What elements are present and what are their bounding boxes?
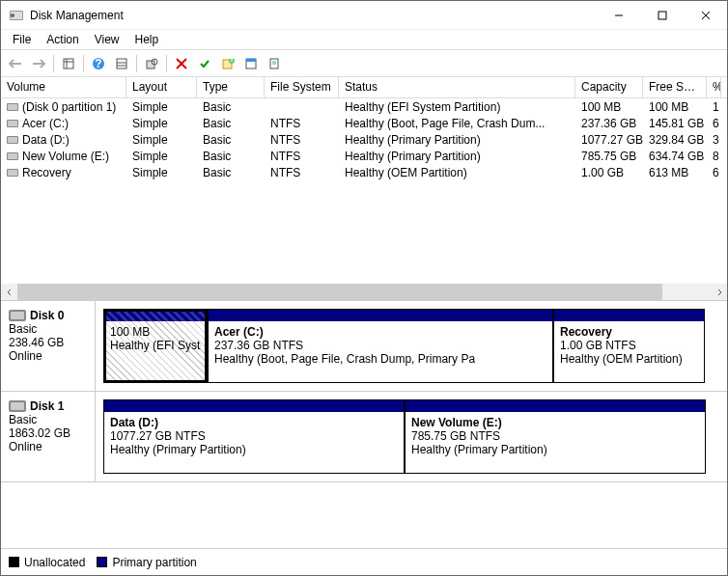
scroll-right-button[interactable] xyxy=(711,284,727,300)
list-cell: 145.81 GB xyxy=(643,116,707,131)
scroll-thumb[interactable] xyxy=(17,284,662,300)
disk-label: Disk 1 xyxy=(9,399,87,413)
settings-button[interactable] xyxy=(264,53,285,74)
app-icon xyxy=(9,8,24,23)
svg-point-2 xyxy=(11,14,14,17)
partition-header xyxy=(406,400,705,412)
partition-status: Healthy (OEM Partition) xyxy=(560,352,698,366)
partition-body: 100 MBHealthy (EFI System Partition) xyxy=(104,321,207,382)
list-cell: Data (D:) xyxy=(1,132,126,148)
disk-size: 1863.02 GB xyxy=(9,426,87,440)
list-cell: Healthy (Boot, Page File, Crash Dum... xyxy=(339,116,575,131)
help-button[interactable]: ? xyxy=(88,53,109,74)
check-button[interactable] xyxy=(194,53,215,74)
minimize-button[interactable] xyxy=(597,1,640,29)
partition-size: 1.00 GB NTFS xyxy=(560,339,698,352)
disk-icon xyxy=(9,400,26,412)
list-cell: 237.36 GB xyxy=(575,116,643,131)
titlebar: Disk Management xyxy=(1,1,727,30)
svg-rect-7 xyxy=(64,59,73,69)
menubar: File Action View Help xyxy=(1,30,727,50)
list-cell: New Volume (E:) xyxy=(1,149,126,164)
legend: Unallocated Primary partition xyxy=(1,548,727,575)
list-cell: Healthy (Primary Partition) xyxy=(339,149,575,164)
list-cell: 613 MB xyxy=(643,165,707,180)
volume-icon xyxy=(7,152,18,160)
list-cell: Basic xyxy=(197,99,265,115)
menu-file[interactable]: File xyxy=(5,31,39,48)
scroll-left-button[interactable] xyxy=(1,284,17,300)
view-list-button[interactable] xyxy=(111,53,132,74)
partition-header xyxy=(104,310,207,321)
view-icon-button[interactable] xyxy=(58,53,79,74)
volume-row[interactable]: (Disk 0 partition 1)SimpleBasicHealthy (… xyxy=(1,98,727,115)
volume-row[interactable]: New Volume (E:)SimpleBasicNTFSHealthy (P… xyxy=(1,148,727,164)
disk-graphic-panel: Disk 0Basic238.46 GBOnline100 MBHealthy … xyxy=(1,301,727,548)
swatch-unallocated-icon xyxy=(9,557,19,567)
back-button xyxy=(5,53,26,74)
refresh-button[interactable] xyxy=(141,53,162,74)
disk-type: Basic xyxy=(9,322,87,336)
disk-info[interactable]: Disk 0Basic238.46 GBOnline xyxy=(1,301,96,391)
window-title: Disk Management xyxy=(30,9,597,22)
volume-row[interactable]: Acer (C:)SimpleBasicNTFSHealthy (Boot, P… xyxy=(1,115,727,131)
list-cell: 785.75 GB xyxy=(575,149,643,164)
disk-state: Online xyxy=(9,440,87,453)
col-filesystem[interactable]: File System xyxy=(265,77,339,97)
list-cell: Simple xyxy=(126,132,197,148)
partition-status: Healthy (Primary Partition) xyxy=(110,443,398,456)
menu-action[interactable]: Action xyxy=(39,31,86,48)
list-cell: 6 xyxy=(707,165,721,180)
list-cell: 100 MB xyxy=(575,99,643,115)
list-cell: Healthy (EFI System Partition) xyxy=(339,99,575,115)
list-cell: Healthy (OEM Partition) xyxy=(339,165,575,180)
partition[interactable]: 100 MBHealthy (EFI System Partition) xyxy=(103,309,208,383)
list-cell: 6 xyxy=(707,116,721,131)
partition-container: Data (D:)1077.27 GB NTFSHealthy (Primary… xyxy=(96,392,727,481)
list-cell: NTFS xyxy=(265,116,339,131)
partition[interactable]: Acer (C:)237.36 GB NTFSHealthy (Boot, Pa… xyxy=(208,309,553,383)
col-volume[interactable]: Volume xyxy=(1,77,126,97)
menu-view[interactable]: View xyxy=(87,31,127,48)
legend-label: Unallocated xyxy=(24,556,85,569)
list-cell: Basic xyxy=(197,116,265,131)
disk-info[interactable]: Disk 1Basic1863.02 GBOnline xyxy=(1,392,96,481)
partition-header xyxy=(104,400,404,412)
volume-row[interactable]: RecoverySimpleBasicNTFSHealthy (OEM Part… xyxy=(1,164,727,180)
partition-title: Acer (C:) xyxy=(214,325,546,339)
col-type[interactable]: Type xyxy=(197,77,265,97)
menu-help[interactable]: Help xyxy=(127,31,167,48)
horizontal-scrollbar[interactable] xyxy=(1,284,727,300)
col-layout[interactable]: Layout xyxy=(126,77,197,97)
col-capacity[interactable]: Capacity xyxy=(575,77,643,97)
list-cell: 1077.27 GB xyxy=(575,132,643,148)
list-cell: Simple xyxy=(126,99,197,115)
close-button[interactable] xyxy=(684,1,727,29)
partition-body: Recovery1.00 GB NTFSHealthy (OEM Partiti… xyxy=(554,321,704,382)
partition-size: 1077.27 GB NTFS xyxy=(110,429,398,443)
col-pct[interactable]: % xyxy=(707,77,721,97)
partition-body: Data (D:)1077.27 GB NTFSHealthy (Primary… xyxy=(104,412,404,473)
volume-list: Volume Layout Type File System Status Ca… xyxy=(1,77,727,301)
properties-button[interactable] xyxy=(240,53,262,74)
col-status[interactable]: Status xyxy=(339,77,575,97)
list-cell: 3 xyxy=(707,132,721,148)
new-volume-button[interactable]: + xyxy=(217,53,238,74)
volume-row[interactable]: Data (D:)SimpleBasicNTFSHealthy (Primary… xyxy=(1,131,727,148)
disk-size: 238.46 GB xyxy=(9,336,87,349)
partition-title: Data (D:) xyxy=(110,416,398,429)
partition[interactable]: Data (D:)1077.27 GB NTFSHealthy (Primary… xyxy=(103,399,405,474)
partition[interactable]: Recovery1.00 GB NTFSHealthy (OEM Partiti… xyxy=(553,309,705,383)
list-cell: NTFS xyxy=(265,132,339,148)
svg-rect-12 xyxy=(117,59,126,69)
volume-icon xyxy=(7,169,18,177)
partition[interactable]: New Volume (E:)785.75 GB NTFSHealthy (Pr… xyxy=(405,399,706,474)
disk-label: Disk 0 xyxy=(9,309,87,322)
delete-button[interactable] xyxy=(171,53,192,74)
list-cell: NTFS xyxy=(265,165,339,180)
disk-state: Online xyxy=(9,349,87,363)
maximize-button[interactable] xyxy=(640,1,684,29)
col-free[interactable]: Free Spa... xyxy=(643,77,707,97)
disk-row: Disk 1Basic1863.02 GBOnlineData (D:)1077… xyxy=(1,392,727,482)
list-cell: Acer (C:) xyxy=(1,116,126,131)
